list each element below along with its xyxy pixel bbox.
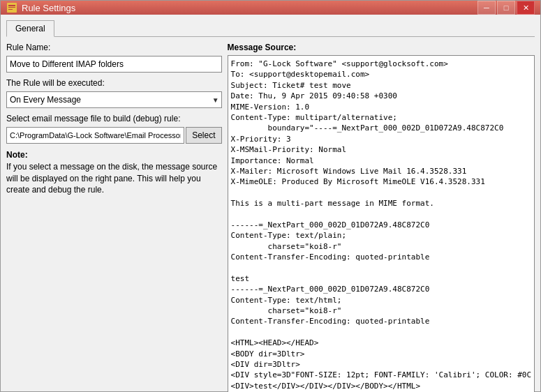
tab-bar: General	[6, 20, 535, 37]
spacer	[6, 202, 222, 392]
maximize-button[interactable]: □	[497, 1, 515, 15]
execution-label: The Rule will be executed:	[6, 78, 222, 88]
note-section: Note: If you select a message on the dis…	[6, 149, 222, 196]
title-bar-left: Rule Settings	[6, 2, 75, 13]
rule-name-label: Rule Name:	[6, 43, 222, 52]
file-input-row: Select	[6, 127, 222, 144]
file-label: Select email message file to build (debu…	[6, 114, 222, 123]
tab-general[interactable]: General	[6, 20, 54, 37]
rule-name-input[interactable]	[6, 56, 222, 73]
file-select-button[interactable]: Select	[186, 127, 221, 144]
note-label: Note:	[6, 150, 28, 160]
window-title: Rule Settings	[22, 3, 75, 13]
execution-select[interactable]: On Every Message	[6, 91, 222, 108]
right-panel: Message Source: From: "G-Lock Software" …	[228, 43, 535, 392]
message-source-label: Message Source:	[228, 43, 535, 52]
app-icon	[6, 2, 17, 13]
window-controls: ─ □ ✕	[477, 1, 535, 15]
minimize-button[interactable]: ─	[477, 1, 496, 15]
title-bar: Rule Settings ─ □ ✕	[1, 1, 540, 15]
content-area: General Rule Name: The Rule will be exec…	[1, 15, 540, 392]
svg-rect-1	[8, 5, 15, 6]
execution-section: The Rule will be executed: On Every Mess…	[6, 78, 222, 108]
svg-rect-3	[8, 9, 13, 10]
file-section: Select email message file to build (debu…	[6, 114, 222, 144]
rule-name-section: Rule Name:	[6, 43, 222, 73]
file-path-input[interactable]	[6, 127, 184, 144]
close-button[interactable]: ✕	[517, 1, 535, 15]
left-panel: Rule Name: The Rule will be executed: On…	[6, 43, 222, 392]
note-content: If you select a message on the disk, the…	[6, 162, 217, 195]
main-window: Rule Settings ─ □ ✕ General Rule Name:	[0, 0, 541, 392]
note-text: Note: If you select a message on the dis…	[6, 149, 222, 196]
message-source-scroll: From: "G-Lock Software" <support@glockso…	[228, 55, 535, 392]
execution-select-wrapper: On Every Message ▼	[6, 91, 222, 108]
main-area: Rule Name: The Rule will be executed: On…	[6, 43, 535, 392]
svg-rect-2	[8, 7, 15, 8]
message-source-content[interactable]: From: "G-Lock Software" <support@glockso…	[228, 55, 535, 392]
